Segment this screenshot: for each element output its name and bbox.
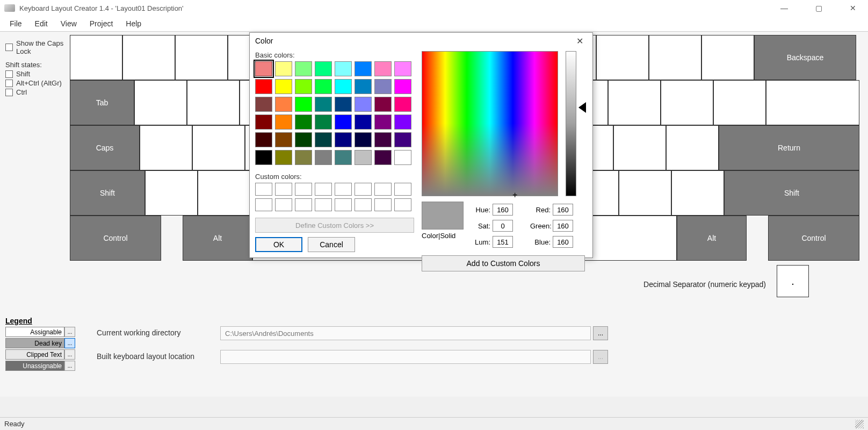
lum-input[interactable]	[493, 236, 513, 248]
key[interactable]	[649, 35, 701, 80]
basic-color-swatch[interactable]	[355, 79, 372, 94]
key[interactable]	[140, 125, 192, 170]
legend-clipped-btn[interactable]: ...	[64, 349, 75, 360]
key-backspace[interactable]: Backspace	[754, 35, 856, 80]
blue-input[interactable]	[553, 236, 573, 248]
basic-color-swatch[interactable]	[394, 114, 411, 130]
basic-color-swatch[interactable]	[335, 114, 352, 130]
legend-unassignable-btn[interactable]: ...	[64, 361, 75, 371]
luminance-slider[interactable]	[566, 51, 576, 196]
custom-color-swatch[interactable]	[374, 198, 392, 211]
basic-color-swatch[interactable]	[315, 79, 332, 94]
key[interactable]	[608, 80, 661, 125]
key-decimal[interactable]: .	[777, 265, 809, 297]
menu-file[interactable]: File	[4, 17, 27, 30]
key-ctrl-right[interactable]: Control	[768, 216, 859, 261]
custom-color-swatch[interactable]	[315, 183, 332, 196]
basic-color-swatch[interactable]	[335, 150, 352, 165]
key[interactable]	[192, 125, 245, 170]
basic-color-swatch[interactable]	[295, 150, 312, 165]
custom-color-swatch[interactable]	[315, 198, 332, 211]
basic-color-swatch[interactable]	[295, 132, 312, 147]
basic-color-swatch[interactable]	[374, 61, 392, 76]
key[interactable]	[175, 35, 228, 80]
legend-assignable-btn[interactable]: ...	[64, 327, 75, 337]
maximize-button[interactable]: ▢	[808, 4, 829, 12]
basic-color-swatch[interactable]	[355, 150, 372, 165]
key[interactable]	[70, 35, 122, 80]
custom-color-swatch[interactable]	[275, 198, 292, 211]
custom-color-swatch[interactable]	[295, 183, 312, 196]
key[interactable]	[661, 80, 713, 125]
close-button[interactable]: ✕	[842, 4, 864, 12]
basic-color-swatch[interactable]	[355, 132, 372, 147]
custom-color-swatch[interactable]	[355, 183, 372, 196]
built-input[interactable]	[220, 350, 591, 364]
key[interactable]	[596, 35, 649, 80]
basic-color-swatch[interactable]	[315, 97, 332, 112]
basic-color-swatch[interactable]	[335, 61, 352, 76]
menu-help[interactable]: Help	[120, 17, 147, 30]
sat-input[interactable]	[493, 220, 513, 232]
key-caps[interactable]: Caps	[70, 125, 140, 170]
basic-color-swatch[interactable]	[275, 132, 292, 147]
basic-color-swatch[interactable]	[275, 97, 292, 112]
custom-color-swatch[interactable]	[355, 198, 372, 211]
minimize-button[interactable]: —	[773, 4, 795, 12]
key[interactable]	[766, 80, 859, 125]
basic-color-swatch[interactable]	[335, 97, 352, 112]
basic-color-swatch[interactable]	[374, 150, 392, 165]
menu-view[interactable]: View	[55, 17, 82, 30]
basic-color-swatch[interactable]	[275, 79, 292, 94]
key-shift-left[interactable]: Shift	[70, 170, 145, 216]
red-input[interactable]	[553, 204, 573, 216]
basic-color-swatch[interactable]	[295, 79, 312, 94]
basic-color-swatch[interactable]	[394, 97, 411, 112]
checkbox-ctrl[interactable]	[5, 89, 13, 96]
key[interactable]	[122, 35, 175, 80]
basic-color-swatch[interactable]	[394, 79, 411, 94]
basic-color-swatch[interactable]	[255, 97, 272, 112]
custom-color-swatch[interactable]	[335, 183, 352, 196]
key-return[interactable]: Return	[719, 125, 859, 170]
custom-color-swatch[interactable]	[295, 198, 312, 211]
key-shift-right[interactable]: Shift	[724, 170, 859, 216]
key[interactable]	[701, 35, 754, 80]
basic-color-swatch[interactable]	[355, 114, 372, 130]
legend-deadkey-btn[interactable]: ...	[64, 338, 75, 348]
custom-color-swatch[interactable]	[394, 183, 411, 196]
basic-color-swatch[interactable]	[275, 114, 292, 130]
cancel-button[interactable]: Cancel	[308, 237, 355, 252]
basic-color-swatch[interactable]	[255, 150, 272, 165]
key[interactable]	[145, 170, 198, 216]
basic-color-swatch[interactable]	[295, 61, 312, 76]
cwd-input[interactable]	[220, 326, 591, 340]
key[interactable]	[619, 170, 671, 216]
basic-color-swatch[interactable]	[275, 61, 292, 76]
basic-color-swatch[interactable]	[335, 79, 352, 94]
basic-color-swatch[interactable]	[315, 61, 332, 76]
key[interactable]	[187, 80, 240, 125]
basic-color-swatch[interactable]	[374, 79, 392, 94]
key-alt-left[interactable]: Alt	[183, 216, 252, 261]
basic-color-swatch[interactable]	[394, 132, 411, 147]
basic-color-swatch[interactable]	[275, 150, 292, 165]
key[interactable]	[713, 80, 766, 125]
basic-color-swatch[interactable]	[255, 114, 272, 130]
basic-color-swatch[interactable]	[374, 114, 392, 130]
basic-color-swatch[interactable]	[315, 132, 332, 147]
custom-color-swatch[interactable]	[255, 198, 272, 211]
basic-color-swatch[interactable]	[335, 132, 352, 147]
resize-grip[interactable]	[855, 420, 864, 428]
green-input[interactable]	[553, 220, 573, 232]
custom-color-swatch[interactable]	[255, 183, 272, 196]
key[interactable]	[134, 80, 187, 125]
key[interactable]	[613, 125, 666, 170]
color-gradient[interactable]: +	[422, 51, 558, 196]
menu-project[interactable]: Project	[84, 17, 119, 30]
key-ctrl-left[interactable]: Control	[70, 216, 161, 261]
basic-color-swatch[interactable]	[355, 97, 372, 112]
basic-color-swatch[interactable]	[374, 132, 392, 147]
checkbox-show-caps[interactable]	[5, 44, 13, 51]
basic-color-swatch[interactable]	[355, 61, 372, 76]
